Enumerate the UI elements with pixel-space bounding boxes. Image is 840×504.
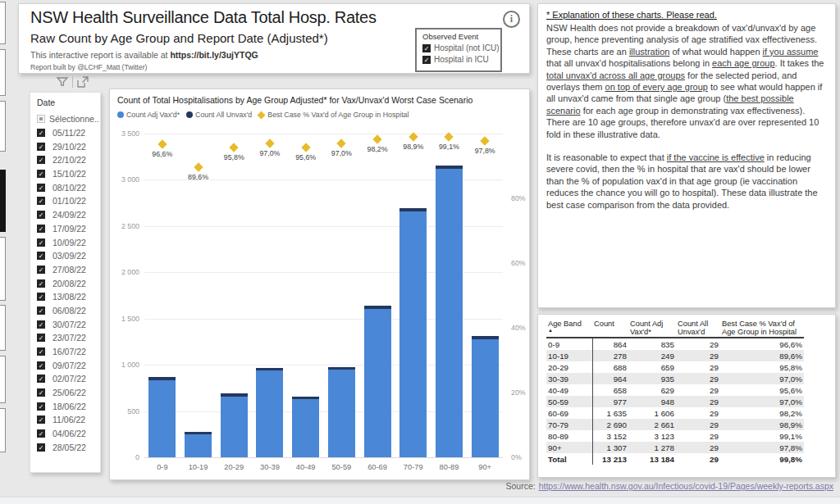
date-item[interactable]: ✓22/10/22: [37, 153, 98, 167]
checkbox-checked-icon[interactable]: ✓: [37, 375, 45, 383]
best-case-pct-marker[interactable]: [194, 162, 203, 171]
edge-panel[interactable]: [0, 49, 6, 96]
table-column-header[interactable]: Count Adj Vax'd*: [628, 318, 676, 338]
date-item[interactable]: ✓20/08/22: [37, 276, 98, 290]
table-row[interactable]: 50-599779482997,0%: [546, 396, 804, 407]
bar-count-adj-vaxd[interactable]: [185, 434, 212, 457]
date-item[interactable]: ✓23/07/22: [37, 331, 98, 345]
bar-count-adj-vaxd[interactable]: [364, 309, 391, 457]
bar-count-all-unvaxd[interactable]: [292, 397, 319, 399]
checkbox-checked-icon[interactable]: ✓: [37, 320, 45, 329]
table-row[interactable]: 10-192782492989,6%: [546, 350, 804, 361]
table-row[interactable]: 20-296886592995,8%: [546, 361, 804, 373]
date-item[interactable]: ✓24/09/22: [37, 208, 98, 222]
bar-count-all-unvaxd[interactable]: [472, 336, 499, 338]
date-item[interactable]: ✓25/06/22: [37, 386, 98, 400]
date-item[interactable]: ✓29/10/22: [37, 139, 98, 153]
checkbox-checked-icon[interactable]: ✓: [37, 252, 45, 260]
edge-panel[interactable]: [0, 356, 6, 403]
bar-count-all-unvaxd[interactable]: [185, 432, 212, 434]
date-item[interactable]: ✓13/08/22: [37, 290, 98, 304]
date-item[interactable]: ✓10/09/22: [37, 235, 98, 249]
date-item[interactable]: ✓17/09/22: [37, 222, 98, 236]
edge-panel[interactable]: [0, 170, 6, 232]
edge-panel[interactable]: [0, 2, 6, 44]
best-case-pct-marker[interactable]: [230, 143, 239, 152]
source-link[interactable]: https://www.health.nsw.gov.au/Infectious…: [539, 481, 833, 491]
edge-panel[interactable]: [0, 408, 6, 452]
checkbox-checked-icon[interactable]: ✓: [422, 44, 431, 52]
checkbox-checked-icon[interactable]: ✓: [37, 388, 45, 397]
date-item[interactable]: ✓27/08/22: [37, 263, 98, 277]
checkbox-checked-icon[interactable]: ✓: [422, 56, 431, 64]
checkbox-checked-icon[interactable]: ✓: [37, 293, 45, 301]
date-item[interactable]: ✓15/10/22: [37, 167, 98, 181]
edge-panel[interactable]: [0, 237, 6, 301]
checkbox-checked-icon[interactable]: ✓: [37, 156, 45, 164]
checkbox-checked-icon[interactable]: ✓: [37, 143, 45, 151]
observed-event-option[interactable]: ✓Hospital in ICU: [422, 55, 500, 64]
bar-count-adj-vaxd[interactable]: [436, 169, 463, 457]
info-icon[interactable]: i: [503, 11, 520, 28]
checkbox-checked-icon[interactable]: ✓: [37, 279, 45, 288]
best-case-pct-marker[interactable]: [372, 134, 381, 143]
checkbox-partial-icon[interactable]: [37, 115, 45, 123]
date-item[interactable]: ✓28/05/22: [37, 441, 98, 455]
best-case-pct-marker[interactable]: [337, 138, 346, 148]
bar-count-adj-vaxd[interactable]: [292, 399, 319, 457]
bar-count-all-unvaxd[interactable]: [221, 393, 248, 396]
checkbox-checked-icon[interactable]: ✓: [37, 429, 45, 438]
table-row[interactable]: 30-399649352997,0%: [546, 373, 804, 384]
bar-count-adj-vaxd[interactable]: [148, 380, 176, 457]
checkbox-checked-icon[interactable]: ✓: [37, 211, 45, 219]
checkbox-checked-icon[interactable]: ✓: [37, 266, 45, 274]
checkbox-checked-icon[interactable]: ✓: [37, 225, 45, 233]
bar-count-all-unvaxd[interactable]: [399, 208, 427, 211]
best-case-pct-marker[interactable]: [265, 138, 274, 148]
table-row[interactable]: 80-893 1523 1232999,1%: [546, 430, 804, 442]
focus-mode-icon[interactable]: [76, 75, 89, 89]
bar-count-adj-vaxd[interactable]: [221, 397, 248, 457]
bar-count-adj-vaxd[interactable]: [399, 211, 427, 457]
table-row[interactable]: 70-792 6902 6612998,9%: [546, 419, 804, 430]
date-item[interactable]: ✓08/10/22: [37, 180, 98, 194]
table-row[interactable]: 0-98648352996,6%: [546, 338, 804, 350]
date-item[interactable]: ✓16/07/22: [37, 345, 98, 359]
checkbox-checked-icon[interactable]: ✓: [37, 306, 45, 315]
best-case-pct-marker[interactable]: [301, 143, 310, 152]
checkbox-checked-icon[interactable]: ✓: [37, 402, 45, 411]
date-item[interactable]: ✓02/07/22: [37, 372, 98, 386]
date-item[interactable]: ✓03/09/22: [37, 249, 98, 263]
date-item[interactable]: ✓18/06/22: [37, 399, 98, 413]
table-column-header[interactable]: Best Case % Vax'd of Age Group in Hospit…: [720, 318, 804, 338]
edge-panel[interactable]: [0, 101, 6, 152]
edge-panel[interactable]: [0, 305, 6, 351]
checkbox-checked-icon[interactable]: ✓: [37, 443, 45, 452]
table-column-header[interactable]: Age Band▲: [546, 318, 592, 338]
bar-count-all-unvaxd[interactable]: [364, 306, 391, 308]
bar-count-adj-vaxd[interactable]: [328, 370, 355, 457]
date-item[interactable]: ✓30/07/22: [37, 317, 98, 331]
table-column-header[interactable]: Count: [592, 318, 628, 338]
checkbox-checked-icon[interactable]: ✓: [37, 238, 45, 247]
date-item[interactable]: ✓09/07/22: [37, 358, 98, 372]
table-row[interactable]: 60-691 6351 6062998,2%: [546, 407, 804, 419]
table-column-header[interactable]: Count All Unvax'd: [676, 318, 720, 338]
checkbox-checked-icon[interactable]: ✓: [37, 415, 45, 424]
table-row[interactable]: 40-496586292995,6%: [546, 384, 804, 396]
observed-event-option[interactable]: ✓Hospital (not ICU): [422, 43, 500, 52]
date-item[interactable]: ✓04/06/22: [37, 427, 98, 441]
date-item[interactable]: ✓06/08/22: [37, 304, 98, 318]
checkbox-checked-icon[interactable]: ✓: [37, 347, 45, 356]
checkbox-checked-icon[interactable]: ✓: [37, 334, 45, 342]
checkbox-checked-icon[interactable]: ✓: [37, 197, 45, 205]
bar-count-all-unvaxd[interactable]: [328, 367, 355, 370]
date-item[interactable]: ✓05/11/22: [37, 126, 98, 140]
best-case-pct-marker[interactable]: [158, 140, 167, 149]
best-case-pct-marker[interactable]: [480, 136, 489, 145]
bar-count-all-unvaxd[interactable]: [256, 368, 283, 370]
checkbox-checked-icon[interactable]: ✓: [37, 129, 45, 137]
date-select-all[interactable]: Sélectionne...: [37, 112, 98, 126]
checkbox-checked-icon[interactable]: ✓: [37, 170, 45, 178]
checkbox-checked-icon[interactable]: ✓: [37, 361, 45, 370]
